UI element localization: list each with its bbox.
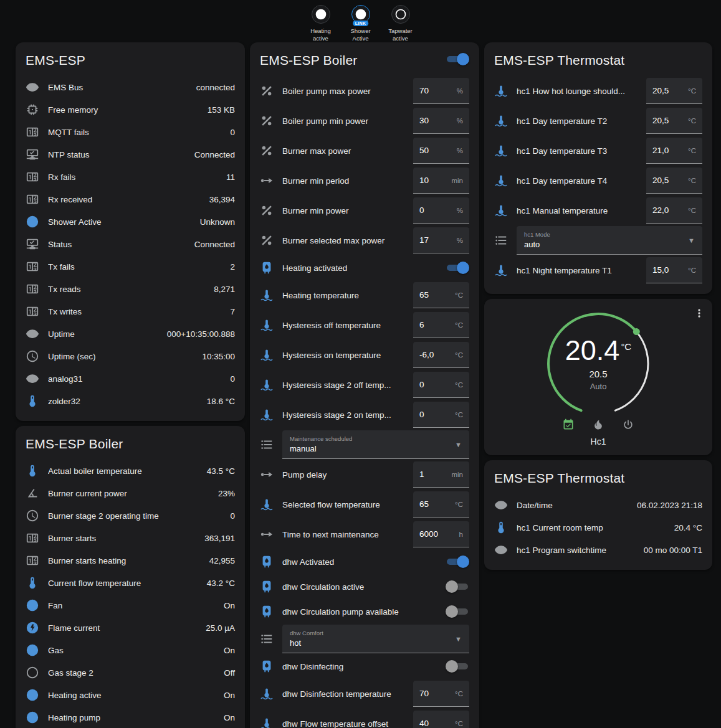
entity-row[interactable]: Actual boiler temperature43.5 °C bbox=[26, 460, 235, 482]
number-input[interactable]: -6,0°C bbox=[413, 342, 469, 368]
entity-row[interactable]: Time to next maintenance6000h bbox=[260, 519, 469, 549]
number-input[interactable]: 20,5°C bbox=[646, 108, 702, 134]
entity-row[interactable]: Selected flow temperature65°C bbox=[260, 489, 469, 519]
number-input[interactable]: 22,0°C bbox=[646, 197, 702, 224]
entity-row[interactable]: Current flow temperature43.2 °C bbox=[26, 572, 235, 594]
entity-row[interactable]: Uptime (sec)10:35:00 bbox=[26, 345, 235, 367]
number-input[interactable]: 0% bbox=[413, 197, 469, 224]
entity-row[interactable]: hc1 Day temperature T321,0°C bbox=[494, 136, 702, 166]
toggle-switch[interactable] bbox=[446, 555, 469, 568]
number-input[interactable]: 20,5°C bbox=[646, 168, 702, 194]
entity-row[interactable]: Tx writes7 bbox=[26, 300, 235, 323]
entity-row[interactable]: StatusConnected bbox=[26, 233, 235, 255]
entity-row[interactable]: Date/time06.02.2023 21:18 bbox=[494, 494, 702, 516]
entity-row[interactable]: EMS Busconnected bbox=[26, 76, 235, 98]
number-input[interactable]: 0°C bbox=[413, 372, 469, 398]
thermostat-dial[interactable]: 20.4°C 20.5 Auto bbox=[539, 308, 657, 418]
entity-row[interactable]: Hysteresis stage 2 on temp...0°C bbox=[260, 400, 469, 430]
more-options-icon[interactable] bbox=[691, 305, 707, 321]
number-input[interactable]: 10min bbox=[413, 168, 469, 194]
entity-row[interactable]: dhw Flow temperature offset40°C bbox=[260, 709, 469, 728]
number-input[interactable]: 40°C bbox=[413, 711, 469, 728]
entity-row[interactable]: Burner starts363,191 bbox=[26, 527, 235, 549]
toggle-switch[interactable] bbox=[446, 660, 469, 673]
boiler-card-toggle[interactable] bbox=[446, 53, 469, 65]
entity-row[interactable]: Hysteresis on temperature-6,0°C bbox=[260, 340, 469, 370]
state-badge[interactable]: LINK ShowerActive bbox=[343, 5, 378, 42]
entity-row[interactable]: Heating activeOn bbox=[26, 684, 235, 706]
entity-row[interactable]: Heating activated bbox=[260, 255, 469, 280]
number-input[interactable]: 65°C bbox=[413, 491, 469, 518]
number-input[interactable]: 21,0°C bbox=[646, 138, 702, 164]
entity-row[interactable]: hc1 Modeauto▼ bbox=[494, 225, 702, 255]
entity-row[interactable]: NTP statusConnected bbox=[26, 143, 235, 166]
state-badge[interactable]: Tapwateractive bbox=[383, 5, 418, 42]
number-input[interactable]: 70% bbox=[413, 78, 469, 104]
number-input[interactable]: 0°C bbox=[413, 402, 469, 428]
entity-row[interactable]: hc1 Night temperature T115,0°C bbox=[494, 255, 702, 285]
entity-row[interactable]: Tx fails2 bbox=[26, 255, 235, 278]
number-input[interactable]: 50% bbox=[413, 138, 469, 164]
select-input[interactable]: hc1 Modeauto▼ bbox=[517, 226, 702, 255]
number-input[interactable]: 6000h bbox=[413, 521, 469, 547]
entity-row[interactable]: Uptime000+10:35:00.888 bbox=[26, 323, 235, 345]
entity-row[interactable]: dhw Disinfecting bbox=[260, 654, 469, 679]
calendar-check-icon[interactable] bbox=[561, 418, 575, 431]
entity-row[interactable]: GasOn bbox=[26, 639, 235, 661]
entity-row[interactable]: zolder3218.6 °C bbox=[26, 390, 235, 412]
entity-row[interactable]: Rx fails11 bbox=[26, 166, 235, 188]
entity-row[interactable]: Hysteresis stage 2 off temp...0°C bbox=[260, 370, 469, 400]
entity-row[interactable]: Tx reads8,271 bbox=[26, 278, 235, 300]
entity-row[interactable]: hc1 How hot lounge should...20,5°C bbox=[494, 76, 702, 106]
entity-row[interactable]: Hysteresis off temperature6°C bbox=[260, 310, 469, 340]
toggle-switch[interactable] bbox=[446, 580, 469, 593]
entity-row[interactable]: Gas stage 2Off bbox=[26, 661, 235, 684]
entity-row[interactable]: dhw Circulation pump available bbox=[260, 599, 469, 624]
entity-row[interactable]: Burner min power0% bbox=[260, 196, 469, 225]
fire-icon[interactable] bbox=[591, 418, 605, 431]
entity-row[interactable]: Rx received36,394 bbox=[26, 188, 235, 210]
entity-row[interactable]: FanOn bbox=[26, 594, 235, 617]
entity-row[interactable]: Burner min period10min bbox=[260, 166, 469, 196]
entity-row[interactable]: hc1 Day temperature T420,5°C bbox=[494, 166, 702, 196]
entity-row[interactable]: hc1 Day temperature T220,5°C bbox=[494, 106, 702, 136]
toggle-switch[interactable] bbox=[446, 605, 469, 618]
number-input[interactable]: 1min bbox=[413, 461, 469, 488]
entity-row[interactable]: Heating pumpOn bbox=[26, 706, 235, 728]
entity-row[interactable]: Free memory153 KB bbox=[26, 98, 235, 121]
entity-row[interactable]: dhw Activated bbox=[260, 549, 469, 574]
entity-row[interactable]: dhw Disinfection temperature70°C bbox=[260, 679, 469, 709]
number-input[interactable]: 15,0°C bbox=[646, 257, 702, 283]
entity-row[interactable]: Burner selected max power17% bbox=[260, 225, 469, 255]
power-icon[interactable] bbox=[621, 418, 635, 431]
entity-row[interactable]: Burner max power50% bbox=[260, 136, 469, 166]
entity-row[interactable]: Pump delay1min bbox=[260, 460, 469, 489]
entity-row[interactable]: hc1 Program switchtime00 mo 00:00 T1 bbox=[494, 539, 702, 561]
number-input[interactable]: 65°C bbox=[413, 282, 469, 308]
number-input[interactable]: 30% bbox=[413, 108, 469, 134]
entity-row[interactable]: Shower ActiveUnknown bbox=[26, 210, 235, 233]
entity-row[interactable]: dhw Circulation active bbox=[260, 574, 469, 599]
toggle-switch[interactable] bbox=[446, 262, 469, 274]
entity-row[interactable]: hc1 Manual temperature22,0°C bbox=[494, 196, 702, 225]
entity-row[interactable]: Heating temperature65°C bbox=[260, 280, 469, 310]
entity-row[interactable]: dhw Comforthot▼ bbox=[260, 624, 469, 654]
number-input[interactable]: 20,5°C bbox=[646, 78, 702, 104]
state-badge[interactable]: Heatingactive bbox=[303, 5, 338, 42]
entity-row[interactable]: Burner current power23% bbox=[26, 482, 235, 504]
entity-row[interactable]: Flame current25.0 µA bbox=[26, 617, 235, 639]
entity-row[interactable]: MQTT fails0 bbox=[26, 121, 235, 143]
select-input[interactable]: dhw Comforthot▼ bbox=[282, 625, 469, 653]
select-input[interactable]: Maintenance scheduledmanual▼ bbox=[282, 430, 469, 459]
entity-row[interactable]: Burner stage 2 operating time0 bbox=[26, 504, 235, 527]
number-unit: °C bbox=[688, 267, 696, 274]
number-input[interactable]: 70°C bbox=[413, 681, 469, 707]
entity-row[interactable]: Maintenance scheduledmanual▼ bbox=[260, 430, 469, 460]
entity-row[interactable]: analog310 bbox=[26, 367, 235, 390]
number-input[interactable]: 6°C bbox=[413, 312, 469, 338]
number-input[interactable]: 17% bbox=[413, 227, 469, 253]
entity-row[interactable]: Boiler pump max power70% bbox=[260, 76, 469, 106]
entity-row[interactable]: Burner starts heating42,955 bbox=[26, 549, 235, 572]
entity-row[interactable]: hc1 Current room temp20.4 °C bbox=[494, 516, 702, 539]
entity-row[interactable]: Boiler pump min power30% bbox=[260, 106, 469, 136]
